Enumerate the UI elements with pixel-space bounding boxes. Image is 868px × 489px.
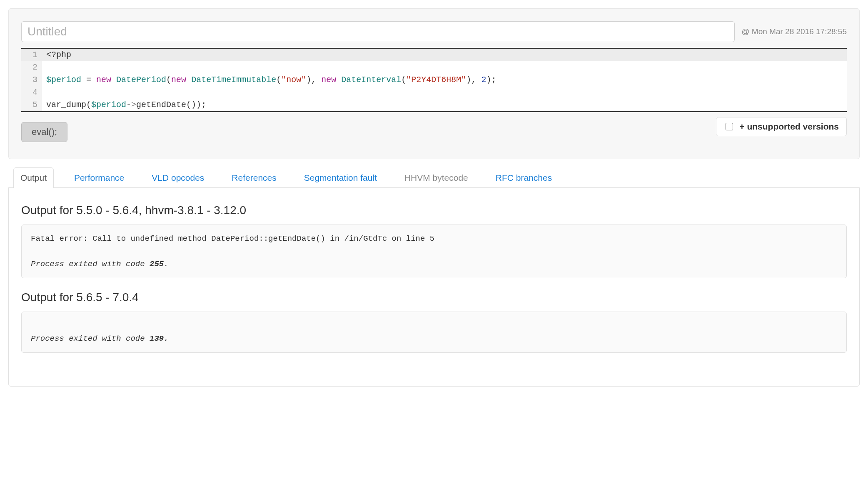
unsupported-versions-toggle[interactable]: + unsupported versions — [716, 117, 847, 136]
code-content: var_dump($period->getEndDate()); — [42, 99, 847, 111]
token-keyword: new — [96, 75, 111, 85]
timestamp-value: Mon Mar 28 2016 17:28:55 — [752, 27, 847, 36]
output-exit-line: Process exited with code 255. — [31, 258, 837, 270]
unsupported-versions-label: + unsupported versions — [739, 122, 839, 132]
result-tabs: Output Performance VLD opcodes Reference… — [8, 167, 860, 188]
output-exit-line: Process exited with code 139. — [31, 332, 837, 345]
output-exit-prefix: Process exited with code — [31, 259, 150, 269]
output-body-text: Fatal error: Call to undefined method Da… — [31, 232, 837, 245]
tab-rfc-branches[interactable]: RFC branches — [489, 167, 559, 188]
tab-output[interactable]: Output — [13, 167, 54, 188]
output-exit-code: 255 — [150, 259, 164, 269]
token-func: var_dump — [46, 100, 86, 110]
output-section-heading: Output for 5.5.0 - 5.6.4, hhvm-3.8.1 - 3… — [21, 204, 847, 217]
timestamp-label: @ Mon Mar 28 2016 17:28:55 — [741, 27, 847, 36]
line-number: 4 — [21, 86, 42, 99]
output-exit-prefix: Process exited with code — [31, 334, 150, 343]
token-method: getEndDate — [136, 100, 186, 110]
token-punct: ( — [166, 75, 171, 85]
token-keyword: new — [321, 75, 336, 85]
line-number: 3 — [21, 74, 42, 86]
output-pane: Output for 5.5.0 - 5.6.4, hhvm-3.8.1 - 3… — [8, 188, 860, 387]
title-input[interactable] — [21, 21, 735, 42]
token-number: 2 — [481, 75, 486, 85]
token-punct: ( — [401, 75, 406, 85]
code-content: <?php — [42, 49, 847, 61]
line-number: 2 — [21, 61, 42, 74]
code-editor[interactable]: 1 <?php 2 3 $period = new DatePeriod(new… — [21, 48, 847, 112]
code-line: 2 — [21, 61, 847, 74]
token-punct: () — [186, 100, 196, 110]
token-punct: ( — [86, 100, 91, 110]
token-class: DateInterval — [341, 75, 401, 85]
output-exit-suffix: . — [164, 259, 168, 269]
page-root: @ Mon Mar 28 2016 17:28:55 1 <?php 2 3 $… — [0, 0, 868, 395]
token-punct: ) — [486, 75, 491, 85]
timestamp-prefix: @ — [741, 27, 752, 36]
token-punct: ( — [276, 75, 281, 85]
token-class: DateTimeImmutable — [191, 75, 276, 85]
tab-vld-opcodes[interactable]: VLD opcodes — [145, 167, 211, 188]
code-line: 3 $period = new DatePeriod(new DateTimeI… — [21, 74, 847, 86]
token-punct: ) — [196, 100, 201, 110]
token-punct: ) — [306, 75, 311, 85]
token-variable: $period — [46, 75, 81, 85]
token-punct: ; — [201, 100, 206, 110]
code-line: 1 <?php — [21, 49, 847, 61]
token-operator: = — [81, 75, 96, 85]
title-row: @ Mon Mar 28 2016 17:28:55 — [21, 21, 847, 42]
token-space — [111, 75, 116, 85]
code-line: 5 var_dump($period->getEndDate()); — [21, 99, 847, 111]
token-punct: , — [311, 75, 321, 85]
editor-panel: @ Mon Mar 28 2016 17:28:55 1 <?php 2 3 $… — [8, 8, 860, 159]
tab-segmentation-fault[interactable]: Segmentation fault — [297, 167, 384, 188]
line-number: 1 — [21, 49, 42, 61]
code-content: $period = new DatePeriod(new DateTimeImm… — [42, 74, 847, 86]
php-open-tag: <?php — [46, 50, 71, 60]
code-content — [42, 86, 847, 99]
output-exit-suffix: . — [164, 334, 168, 343]
tab-hhvm-bytecode[interactable]: HHVM bytecode — [397, 167, 475, 188]
tab-references[interactable]: References — [224, 167, 283, 188]
output-section-heading: Output for 5.6.5 - 7.0.4 — [21, 291, 847, 304]
output-section-block: Process exited with code 139. — [21, 312, 847, 353]
token-class: DatePeriod — [116, 75, 166, 85]
unsupported-versions-checkbox[interactable] — [726, 123, 733, 130]
token-punct: ; — [491, 75, 496, 85]
editor-actions-row: eval(); + unsupported versions — [21, 117, 847, 142]
token-punct: ) — [466, 75, 471, 85]
token-arrow: -> — [126, 100, 136, 110]
line-number: 5 — [21, 99, 42, 111]
token-string: "P2Y4DT6H8M" — [406, 75, 466, 85]
token-variable: $period — [91, 100, 126, 110]
eval-button[interactable]: eval(); — [21, 122, 67, 142]
output-exit-code: 139 — [150, 334, 164, 343]
token-space — [186, 75, 191, 85]
token-space — [336, 75, 341, 85]
tab-performance[interactable]: Performance — [67, 167, 131, 188]
token-punct: , — [471, 75, 481, 85]
token-keyword: new — [171, 75, 186, 85]
code-line: 4 — [21, 86, 847, 99]
code-content — [42, 61, 847, 74]
token-string: "now" — [281, 75, 306, 85]
output-section-block: Fatal error: Call to undefined method Da… — [21, 225, 847, 278]
